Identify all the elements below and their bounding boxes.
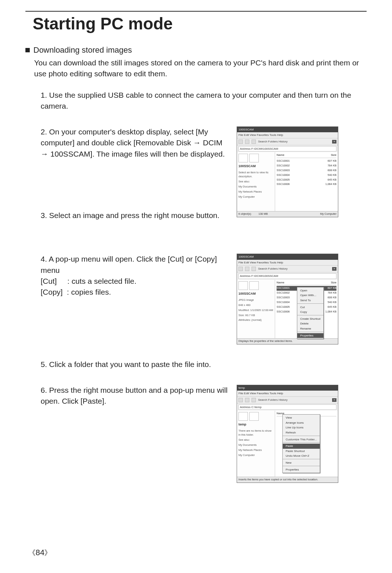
step-6-text: 6. Press the right mouse button and a po…: [41, 385, 229, 407]
top-rule: [25, 11, 367, 14]
side-panel: 100SSCAM Select an item to view its desc…: [237, 152, 275, 211]
file-size: Size: 60.7 KB: [238, 314, 273, 318]
step-5: 5. Click a folder that you want to paste…: [41, 359, 367, 370]
window-titlebar: 100SSCAM: [237, 254, 338, 260]
folder-name: 100SSCAM: [238, 291, 273, 296]
step-2-text: 2. On your computer's desktop display, s…: [41, 126, 229, 160]
menu-item-paste: Paste: [283, 444, 320, 449]
back-icon: [238, 140, 243, 144]
screenshot-explorer-100sscam: 100SSCAM File Edit View Favorites Tools …: [237, 126, 338, 217]
toolbar-label: Search Folders History: [258, 267, 287, 271]
col-size: Size: [331, 153, 336, 157]
step-3: 3. Select an image and press the right m…: [41, 210, 367, 221]
thumbnail-icon: [249, 281, 259, 290]
go-icon: »: [332, 267, 336, 271]
file-list: Name Size SSC10001607 KB SSC10002784 KB …: [275, 152, 338, 211]
folder-name: temp: [238, 422, 273, 427]
manual-page: Starting PC mode Downloading stored imag…: [0, 0, 392, 573]
menu-item: Properties: [283, 467, 320, 472]
file-dimensions: 848 x 480: [238, 303, 273, 307]
window-titlebar: temp: [237, 385, 338, 391]
menu-item: Paste Shortcut: [283, 449, 320, 454]
window-title: 100SSCAM: [238, 255, 254, 259]
menu-item: Line Up Icons: [283, 425, 320, 430]
status-text: Displays the properties of the selected …: [238, 339, 293, 343]
back-icon: [238, 267, 243, 271]
side-link: My Documents: [238, 185, 273, 189]
go-icon: »: [332, 140, 336, 144]
menu-item-copy: Copy: [297, 310, 323, 315]
menu-item: Refresh: [283, 430, 320, 435]
window-body: temp There are no items to show in this …: [237, 411, 338, 476]
toolbar-label: Search Folders History: [258, 398, 287, 402]
side-link: My Documents: [238, 443, 273, 447]
col-name: Name: [277, 281, 284, 285]
menu-item: Open With...: [297, 293, 323, 298]
menubar: File Edit View Favorites Tools Help: [237, 132, 338, 138]
content-section: Downloading stored images You can downlo…: [25, 44, 367, 483]
menu-item: Send To: [297, 298, 323, 303]
address-bar: Address F:\DCIM\100SSCAM: [238, 146, 336, 152]
toolbar: Search Folders History »: [237, 138, 338, 145]
folder-icon: [249, 154, 259, 162]
file-attributes: Attributes: (normal): [238, 318, 273, 322]
side-link: See also:: [238, 438, 273, 442]
step-4: 4. A pop-up menu will open. Click the [C…: [41, 254, 367, 344]
window-title: 100SSCAM: [238, 128, 254, 132]
folder-icon: [238, 154, 248, 162]
side-link: My Network Places: [238, 190, 273, 194]
file-row: SSC10001607 KB: [277, 159, 336, 164]
up-icon: [252, 267, 256, 271]
heading-text: Downloading stored images: [33, 44, 132, 56]
go-icon: »: [332, 398, 336, 402]
file-type: JPEG Image: [238, 298, 273, 302]
file-list: Name View Arrange Icons Line Up Icons Re…: [275, 411, 338, 476]
window-body: 100SSCAM Select an item to view its desc…: [237, 152, 338, 211]
thumbnail-icon: [238, 281, 248, 290]
file-row: SSC10005645 KB: [277, 178, 336, 182]
file-row: SSC10002784 KB: [277, 164, 336, 168]
screenshot-context-menu-copy: 100SSCAM File Edit View Favorites Tools …: [237, 254, 338, 344]
step-1: 1. Use the supplied USB cable to connect…: [41, 90, 367, 112]
side-panel: temp There are no items to show in this …: [237, 411, 275, 476]
context-menu: Open Open With... Send To Cut Copy Creat…: [297, 287, 324, 339]
side-link: My Computer: [238, 453, 273, 457]
step-1-text: 1. Use the supplied USB cable to connect…: [41, 90, 367, 112]
col-name: Name: [277, 153, 284, 157]
step-3-text: 3. Select an image and press the right m…: [41, 210, 367, 221]
side-description: There are no items to show in this folde…: [238, 429, 273, 437]
forward-icon: [245, 140, 249, 144]
folder-icon: [238, 412, 248, 421]
menu-item: View: [283, 415, 320, 420]
step-4-line1: 4. A pop-up menu will open. Click the [C…: [41, 254, 229, 276]
step-6: 6. Press the right mouse button and a po…: [41, 385, 367, 483]
col-size: Size: [331, 281, 336, 285]
side-description: Select an item to view its description.: [238, 171, 273, 179]
intro-paragraph: You can download the still images stored…: [34, 57, 367, 80]
menu-item-cut: Cut: [297, 305, 323, 310]
status-text: Inserts the items you have copied or cut…: [238, 478, 318, 482]
menu-item: New: [283, 460, 320, 465]
side-link: My Network Places: [238, 448, 273, 452]
step-4-text: 4. A pop-up menu will open. Click the [C…: [41, 254, 229, 298]
menu-item: Arrange Icons: [283, 420, 320, 425]
section-heading: Downloading stored images: [25, 44, 367, 56]
file-modified: Modified: 1/1/2005 12:00 AM: [238, 308, 273, 312]
step-4-line2: [Cut] : cuts a selected file.: [41, 276, 229, 287]
step-4-line3: [Copy] : copies files.: [41, 287, 229, 298]
page-title: Starting PC mode: [33, 14, 367, 33]
toolbar: Search Folders History »: [237, 396, 338, 404]
side-panel: 100SSCAM JPEG Image 848 x 480 Modified: …: [237, 280, 275, 338]
forward-icon: [245, 398, 249, 402]
menu-item: Delete: [297, 321, 323, 326]
folder-name: 100SSCAM: [238, 164, 273, 169]
side-link: See also:: [238, 180, 273, 184]
window-title: temp: [238, 386, 245, 390]
page-number: 84: [28, 548, 52, 558]
up-icon: [252, 140, 256, 144]
address-bar: Address F:\DCIM\100SSCAM: [238, 273, 336, 279]
folder-icon: [249, 412, 259, 421]
square-bullet-icon: [25, 48, 30, 52]
menu-item: Customize This Folder...: [283, 437, 320, 442]
menu-item-properties: Properties: [297, 333, 323, 338]
